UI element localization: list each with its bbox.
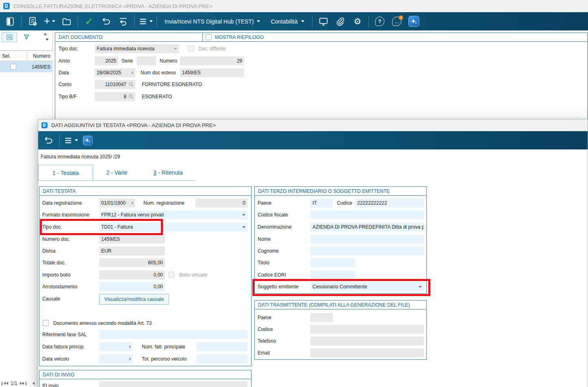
dialog-titlebar: DATI AGGIUNTIVI DI TESTATA <PROVA - AZIE… (38, 119, 588, 131)
main-titlebar: CONSOLLE FATTURAZIONE ELETTRONICA <PROVA… (0, 0, 588, 12)
last-page-button[interactable] (20, 382, 26, 385)
data-registrazione-label: Data registrazione (42, 199, 82, 208)
bollo-virtuale-checkbox (168, 272, 174, 278)
check-icon: ✓ (85, 17, 93, 26)
sidebar-overflow-caret-icon[interactable] (46, 39, 49, 41)
sidebar-tab-list[interactable] (2, 32, 17, 42)
contabilita-menu[interactable]: Contabilità (265, 14, 309, 29)
hub-menu[interactable]: Invia/ricevi NTS Digital Hub (TEST) (159, 14, 265, 29)
num-registrazione-field: 0 (195, 199, 247, 208)
toolbar-separator (21, 15, 22, 28)
lookup-magnifier-icon[interactable] (128, 82, 134, 87)
num-doc-esteso-label: Num doc esteso (141, 68, 176, 77)
anno-field: 2025 (95, 56, 118, 65)
causale-label: Causale (42, 294, 60, 303)
art73-checkbox[interactable] (43, 320, 49, 326)
sidebar-toggle-icon (5, 17, 15, 26)
codice-fiscale-label: Codice fiscale (258, 210, 288, 219)
nome-field[interactable] (310, 235, 424, 244)
attachment-button[interactable] (332, 14, 349, 29)
trasm-codice-field (310, 325, 424, 334)
lookup-magnifier-icon[interactable] (128, 94, 134, 99)
hamburger-icon (64, 136, 73, 145)
settings-button[interactable]: ⚙ (349, 14, 366, 29)
chat-ellipsis: … (395, 18, 399, 24)
monitor-button[interactable] (315, 14, 332, 29)
document-list-button[interactable] (24, 14, 41, 29)
sidebar-tab-filter[interactable] (19, 32, 34, 42)
expand-arrow-icon (132, 201, 134, 205)
sidebar-overflow-button[interactable]: » (44, 31, 47, 37)
monitor-icon (318, 16, 329, 27)
folder-icon (61, 16, 72, 27)
chevron-down-icon (150, 20, 153, 22)
help-button[interactable]: ? (371, 14, 388, 29)
grid-header-numero[interactable]: Numero (33, 52, 50, 61)
main-menu-button[interactable] (137, 14, 154, 29)
numero-label: Numero (160, 56, 177, 65)
data-veicolo-field[interactable] (99, 355, 132, 363)
terzo-codice-field[interactable]: 22222222222 (355, 199, 424, 208)
new-document-button[interactable]: + (41, 14, 58, 29)
expand-arrow-icon (129, 345, 131, 348)
nome-label: Nome (258, 235, 271, 244)
grid-row[interactable]: 1459/ES (0, 62, 53, 72)
tipo-doc-dialog-select[interactable]: TD01 - Fattura (99, 223, 247, 231)
tab-ritenuta[interactable]: 3 - Ritenuta (141, 165, 195, 180)
data-registrazione-field: 01/01/1900 (99, 199, 135, 208)
dati-documento-header: DATI DOCUMENTO MOSTRA RIEPILOGO (55, 33, 587, 42)
dialog-context-line: Fattura immediata ricevuta 2025/ /29 (41, 152, 120, 161)
codice-eori-field[interactable] (310, 270, 355, 279)
header-divider (202, 33, 203, 42)
notifications-button[interactable]: … ! (388, 14, 406, 29)
contabilita-menu-label: Contabilità (271, 18, 297, 25)
plus-icon: + (44, 15, 50, 26)
confirm-button[interactable]: ✓ (80, 14, 98, 29)
tab-varie[interactable]: 2 - Varie (93, 165, 141, 180)
cognome-field[interactable] (310, 246, 424, 255)
undo-button[interactable] (98, 14, 115, 29)
toolbar-separator (369, 15, 369, 28)
dati-documento-title: DATI DOCUMENTO (59, 35, 102, 40)
tot-percorso-veicolo-field[interactable] (197, 355, 247, 363)
copilot-sparkle-icon (408, 16, 419, 27)
app-logo-icon (3, 3, 10, 9)
formato-trasmissione-select[interactable]: FPR12 - Fattura verso privati (99, 210, 247, 219)
dialog-copilot-button[interactable] (79, 133, 96, 148)
first-page-button[interactable] (2, 382, 8, 385)
arrotondamento-label: Arrotondamento (42, 282, 77, 291)
arrotondamento-field[interactable]: 0,00 (99, 282, 165, 291)
mostra-riepilogo-checkbox[interactable] (206, 34, 212, 40)
anno-label: Anno (59, 56, 70, 65)
riferimenti-sal-field[interactable] (99, 330, 247, 339)
titolo-field[interactable] (310, 258, 355, 267)
bollo-virtuale-label: Bollo virtuale (179, 270, 207, 279)
codice-fiscale-field[interactable] (310, 210, 424, 219)
soggetto-emittente-select[interactable]: Cessionario Committente (310, 282, 424, 291)
causale-button[interactable]: Visualizza/modifica causale (99, 294, 169, 305)
dropdown-arrow-icon (242, 214, 245, 216)
importo-bollo-field: 0,00 (99, 270, 165, 279)
id-invio-label: ID invio (42, 381, 59, 387)
hscroll-left-button[interactable] (33, 382, 35, 385)
terzo-paese-field[interactable]: IT (310, 199, 333, 208)
copilot-button[interactable] (406, 14, 423, 29)
open-folder-button[interactable] (58, 14, 75, 29)
serie-field (137, 56, 156, 65)
dialog-menu-button[interactable] (62, 133, 79, 148)
dati-invio-title: DATI DI INVIO (43, 372, 74, 378)
filter-funnel-icon (23, 34, 30, 41)
num-fatt-principale-field[interactable] (197, 342, 247, 351)
tab-testata[interactable]: 1 - Testata (38, 165, 93, 180)
denominazione-field[interactable]: AZIENDA DI PROVA PREDEFINITA Ditta di pr… (310, 223, 424, 231)
row-select-checkbox[interactable] (10, 64, 16, 70)
grid-header-sel[interactable]: Sel. (2, 52, 11, 61)
tipo-doc-label: Tipo doc. (59, 44, 78, 53)
id-invio-field (99, 381, 247, 387)
sidebar-toggle-button[interactable] (2, 14, 19, 29)
num-registrazione-label: Num. registrazione (143, 199, 184, 208)
undo-all-button[interactable] (115, 14, 132, 29)
data-fattura-princip-field[interactable] (99, 342, 132, 351)
dialog-undo-button[interactable] (40, 133, 57, 148)
denominazione-label: Denominazione (258, 223, 291, 231)
